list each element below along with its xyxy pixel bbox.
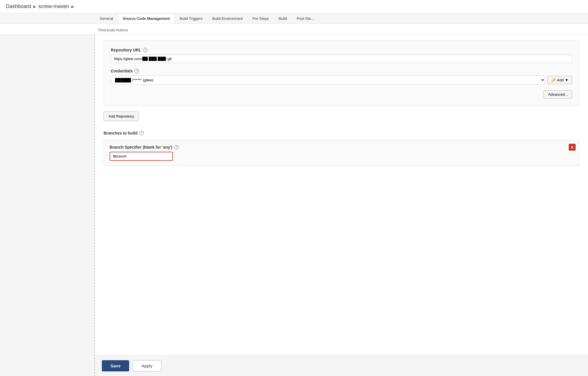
tab-post-steps[interactable]: Post Ste... bbox=[292, 13, 319, 24]
credentials-help-icon[interactable]: ? bbox=[134, 69, 139, 73]
breadcrumb-bar: Dashboard ▶ screw-maven ▶ bbox=[0, 0, 588, 13]
tab-pre-steps[interactable]: Pre Steps bbox=[248, 13, 274, 24]
tab-source-code[interactable]: Source Code Management bbox=[118, 13, 175, 24]
repo-url-field: Repository URL ? bbox=[111, 48, 572, 63]
add-repository-button[interactable]: Add Repository bbox=[104, 112, 139, 121]
branch-spec-help-icon[interactable]: ? bbox=[174, 145, 179, 149]
save-bar: Save Apply bbox=[95, 355, 588, 376]
credentials-select[interactable]: ██████ /****** (gitee) bbox=[111, 76, 545, 85]
branch-specifier-box: X Branch Specifier (blank for 'any') ? bbox=[104, 140, 579, 166]
branch-specifier-label: Branch Specifier (blank for 'any') ? bbox=[110, 145, 573, 149]
key-icon: 🔑 bbox=[551, 78, 556, 82]
sub-tab-bar: Post-build Actions bbox=[0, 24, 588, 35]
credentials-label: Credentials ? bbox=[111, 69, 572, 73]
tabs-bar: General Source Code Management Build Tri… bbox=[0, 13, 588, 24]
add-credentials-button[interactable]: 🔑 Add ▼ bbox=[547, 76, 572, 84]
breadcrumb-sep1: ▶ bbox=[33, 5, 36, 9]
dropdown-arrow-icon: ▼ bbox=[565, 78, 568, 82]
left-sidebar bbox=[0, 35, 95, 376]
branch-specifier-input[interactable] bbox=[110, 152, 173, 161]
branches-label: Branches to build ? bbox=[104, 131, 579, 135]
branches-section: Branches to build ? X Branch Specifier (… bbox=[104, 131, 579, 166]
breadcrumb-project[interactable]: screw-maven bbox=[38, 3, 69, 9]
tab-build-env[interactable]: Build Environment bbox=[207, 13, 248, 24]
apply-button[interactable]: Apply bbox=[133, 360, 161, 371]
repository-section: Repository URL ? Credentials ? ██████ /*… bbox=[104, 41, 579, 106]
tab-build-triggers[interactable]: Build Triggers bbox=[175, 13, 207, 24]
branches-help-icon[interactable]: ? bbox=[139, 131, 144, 135]
repo-url-input[interactable] bbox=[111, 55, 572, 63]
advanced-button[interactable]: Advanced... bbox=[544, 90, 572, 99]
repo-url-help-icon[interactable]: ? bbox=[143, 48, 148, 52]
credentials-field: Credentials ? ██████ /****** (gitee) 🔑 A… bbox=[111, 69, 572, 85]
main-content: Repository URL ? Credentials ? ██████ /*… bbox=[0, 35, 588, 376]
right-panel: Repository URL ? Credentials ? ██████ /*… bbox=[95, 35, 588, 376]
breadcrumb-dashboard[interactable]: Dashboard bbox=[6, 3, 31, 9]
tab-general[interactable]: General bbox=[95, 13, 118, 24]
save-button[interactable]: Save bbox=[102, 360, 129, 371]
remove-branch-button[interactable]: X bbox=[569, 144, 576, 151]
tab-build[interactable]: Build bbox=[274, 13, 292, 24]
credentials-row: ██████ /****** (gitee) 🔑 Add ▼ bbox=[111, 76, 572, 85]
repo-url-label: Repository URL ? bbox=[111, 48, 572, 52]
sub-tab-post-build[interactable]: Post-build Actions bbox=[95, 26, 131, 34]
breadcrumb-sep2: ▶ bbox=[71, 5, 74, 9]
